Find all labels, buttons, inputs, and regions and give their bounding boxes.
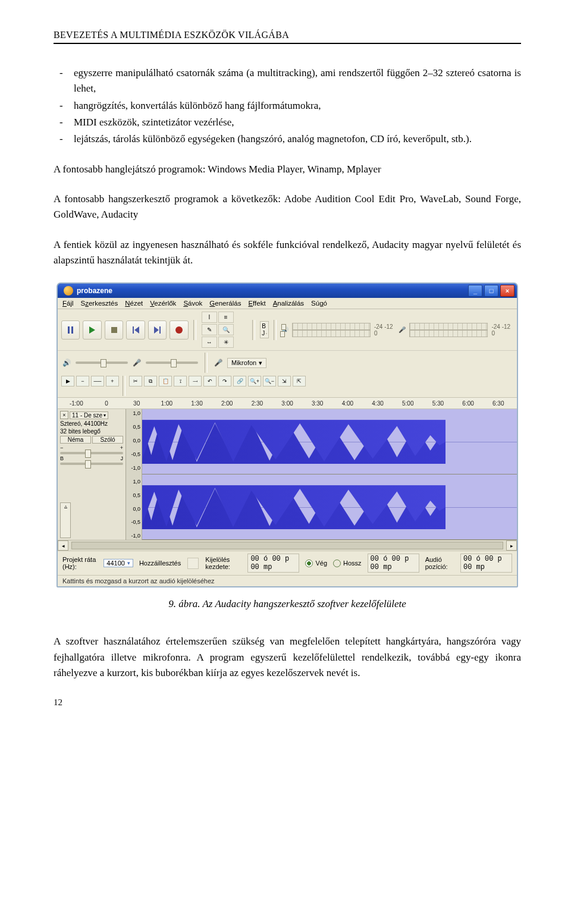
redo-icon[interactable]: ↷ [218,376,231,386]
length-radio[interactable]: Hossz [333,560,362,567]
snap-label: Hozzáillesztés [139,560,181,567]
menu-item[interactable]: Fájl [62,300,74,307]
meter-right[interactable] [292,330,371,337]
track-format: Sztereó, 44100Hz [60,420,123,427]
gain-slider[interactable] [60,452,123,454]
skip-end-button[interactable] [148,320,167,340]
track-area: × 11 - De sze Sztereó, 44100Hz 32 bites … [58,409,517,540]
ruler-tick: 5:30 [423,400,453,407]
page-number: 12 [54,697,521,708]
window-title: probazene [77,287,468,295]
paragraph: A fontosabb hanglejátszó programok: Wind… [54,162,521,177]
selection-start-value[interactable]: 00 ó 00 p 00 mp [247,554,299,573]
menu-item[interactable]: Effekt [248,300,265,307]
minimize-button[interactable]: _ [468,285,482,297]
envelope-tool-icon[interactable]: ≡ [218,312,234,323]
play-speed-icon[interactable]: ▶ [61,376,74,386]
zoom-out-icon[interactable]: 🔍− [263,376,276,386]
menubar: Fájl Szerkesztés Nézet Vezérlők Sávok Ge… [58,298,517,309]
mute-button[interactable]: Néma [60,436,91,444]
tool-palette: I ≡ ✎ 🔍 ↔ ✳ [201,311,248,348]
titlebar: probazene _ □ × [58,284,517,298]
menu-item[interactable]: Sávok [183,300,202,307]
waveform-area[interactable] [142,409,517,540]
track-close-icon[interactable]: × [60,411,68,419]
playback-speed-slider[interactable]: B J [260,321,269,338]
fit-selection-icon[interactable]: ⇲ [278,376,291,386]
list-item: hangrögzítés, konvertálás különböző hang… [74,98,521,114]
playback-meter: 🔊 -24 -12 0 [281,323,396,337]
output-volume-slider[interactable] [76,362,128,364]
link-icon[interactable]: 🔗 [233,376,246,386]
ruler-tick: 2:00 [212,400,242,407]
undo-icon[interactable]: ↶ [203,376,217,386]
bullet-list: egyszerre manipulálható csatornák száma … [54,65,521,147]
speed-slider-icon[interactable]: ── [91,376,104,386]
scroll-right-icon[interactable]: ▸ [506,540,517,551]
input-volume-icon: 🎤 [133,359,141,367]
meter-left[interactable] [292,323,371,330]
paragraph: A fentiek közül az ingyenesen használhat… [54,237,521,269]
ruler-tick: 5:00 [393,400,423,407]
ruler-tick: 30 [121,400,152,407]
ruler-tick: 0 [92,400,122,407]
pause-button[interactable] [61,320,80,340]
paste-icon[interactable]: 📋 [159,376,172,386]
audio-position-value[interactable]: 00 ó 00 p 00 mp [460,554,512,573]
meter-right[interactable] [409,330,488,337]
cut-icon[interactable]: ✂ [129,376,142,386]
timeline-ruler[interactable]: -1:00 0 30 1:00 1:30 2:00 2:30 3:00 3:30… [58,397,517,409]
waveform-right[interactable] [142,474,517,540]
input-source-select[interactable]: Mikrofon▾ [227,358,266,368]
horizontal-scrollbar[interactable]: ◂ ▸ [58,540,517,551]
zoom-in-icon[interactable]: 🔍+ [248,376,261,386]
snap-checkbox[interactable] [187,558,199,569]
solo-button[interactable]: Szóló [92,436,123,444]
watermark: MUNKAANYAG [560,250,571,924]
fit-project-icon[interactable]: ⇱ [293,376,306,386]
speed-slider-icon[interactable]: + [106,376,119,386]
scroll-thumb[interactable] [71,542,503,549]
pan-slider[interactable] [60,463,123,465]
menu-item[interactable]: Szerkesztés [81,300,118,307]
draw-tool-icon[interactable]: ✎ [202,324,217,335]
silence-icon[interactable]: ⟞ [189,376,202,386]
meter-left[interactable] [409,323,488,330]
collapse-track-icon[interactable]: ▵ [60,502,71,539]
track-control-panel: × 11 - De sze Sztereó, 44100Hz 32 bites … [58,409,126,540]
timeshift-tool-icon[interactable]: ↔ [202,337,217,348]
input-volume-slider[interactable] [146,362,198,364]
trim-icon[interactable]: ⟟ [174,376,187,386]
skip-start-button[interactable] [126,320,145,340]
close-button[interactable]: × [500,285,514,297]
end-radio[interactable]: Vég [305,560,327,567]
maximize-button[interactable]: □ [484,285,498,297]
transport-toolbar: I ≡ ✎ 🔍 ↔ ✳ B J 🔊 [58,309,517,350]
menu-item[interactable]: Analizálás [273,300,304,307]
track-menu[interactable]: 11 - De sze [70,411,108,419]
copy-icon[interactable]: ⧉ [144,376,157,386]
audacity-window: probazene _ □ × Fájl Szerkesztés Nézet V… [57,282,518,587]
multi-tool-icon[interactable]: ✳ [218,337,234,348]
play-button[interactable] [83,320,101,340]
toolbar-divider [205,353,208,373]
selection-end-value[interactable]: 00 ó 00 p 00 mp [368,554,419,573]
ruler-tick: 1:00 [152,400,182,407]
menu-item[interactable]: Vezérlők [150,300,176,307]
scroll-left-icon[interactable]: ◂ [58,540,68,551]
menu-item[interactable]: Nézet [125,300,143,307]
record-button[interactable] [170,320,188,340]
list-item: MIDI eszközök, szintetizátor vezérlése, [74,115,521,130]
menu-item[interactable]: Generálás [209,300,241,307]
selection-tool-icon[interactable]: I [202,312,217,323]
menu-item[interactable]: Súgó [311,300,327,307]
toolbar-divider [123,376,126,396]
waveform-left[interactable] [142,409,517,474]
speed-slider-icon[interactable]: − [76,376,89,386]
ruler-tick: 2:30 [242,400,272,407]
page-header: BEVEZETÉS A MULTIMÉDIA ESZKÖZÖK VILÁGÁBA [54,30,521,40]
project-rate-select[interactable]: 44100 [103,559,133,567]
stop-button[interactable] [105,320,123,340]
zoom-tool-icon[interactable]: 🔍 [218,324,234,335]
toolbar-divider [252,320,255,340]
